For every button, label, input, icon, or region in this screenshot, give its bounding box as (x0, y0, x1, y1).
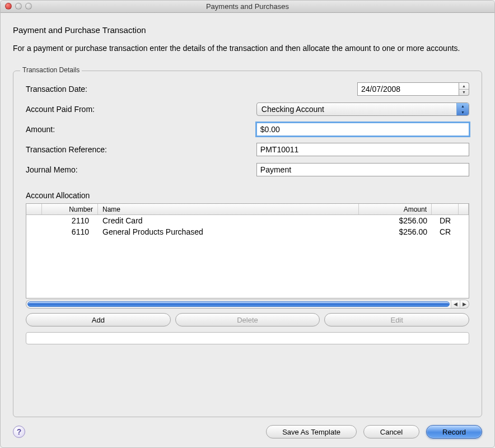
edit-button[interactable]: Edit (324, 313, 469, 326)
row-memo: Journal Memo: (26, 163, 469, 176)
window-title: Payments and Purchases (206, 2, 289, 11)
cell-name: General Products Purchased (98, 227, 359, 237)
col-amount[interactable]: Amount (359, 204, 432, 214)
table-body: 2110Credit Card$256.00DR6110General Prod… (26, 215, 469, 298)
reference-input[interactable] (256, 143, 469, 156)
label-amount: Amount: (26, 125, 256, 134)
window: Payments and Purchases Payment and Purch… (0, 0, 495, 448)
label-memo: Journal Memo: (26, 165, 256, 174)
window-controls (5, 3, 32, 10)
row-reference: Transaction Reference: (26, 143, 469, 156)
transaction-details-fieldset: Transaction Details Transaction Date: ▲ … (13, 71, 482, 417)
date-stepper[interactable]: ▲ ▼ (459, 82, 469, 96)
titlebar: Payments and Purchases (1, 1, 494, 13)
row-account-from: Account Paid From: Checking Account ▲▼ (26, 102, 469, 116)
account-from-value: Checking Account (261, 105, 324, 114)
row-transaction-date: Transaction Date: ▲ ▼ (26, 82, 469, 96)
status-strip (26, 332, 469, 344)
memo-input[interactable] (256, 163, 469, 176)
col-name[interactable]: Name (98, 204, 359, 214)
cell-number: 6110 (42, 227, 98, 237)
allocation-heading: Account Allocation (26, 191, 469, 200)
cancel-button[interactable]: Cancel (363, 425, 419, 438)
label-reference: Transaction Reference: (26, 145, 256, 154)
chevron-down-icon[interactable]: ▼ (459, 90, 469, 96)
cell-drcr: DR (432, 216, 459, 226)
col-drcr[interactable] (432, 204, 459, 214)
page-description: For a payment or purchase transaction en… (13, 40, 482, 56)
content: Payment and Purchase Transaction For a p… (1, 13, 494, 447)
close-icon[interactable] (5, 3, 12, 10)
zoom-icon[interactable] (25, 3, 32, 10)
allocation-table: Number Name Amount 2110Credit Card$256.0… (26, 203, 469, 298)
chevron-up-icon[interactable]: ▲ (459, 83, 469, 90)
account-from-select[interactable]: Checking Account ▲▼ (256, 102, 469, 116)
footer: ? Save As Template Cancel Record (13, 425, 482, 438)
col-number[interactable]: Number (42, 204, 98, 214)
amount-input[interactable] (256, 123, 469, 136)
scroll-right-icon[interactable]: ▶ (460, 300, 469, 308)
scrollbar-thumb[interactable] (27, 301, 450, 307)
table-row[interactable]: 6110General Products Purchased$256.00CR (26, 226, 469, 237)
delete-button[interactable]: Delete (175, 313, 320, 326)
allocation-button-row: Add Delete Edit (26, 313, 469, 326)
cell-number: 2110 (42, 216, 98, 226)
transaction-date-input[interactable] (357, 82, 459, 96)
scroll-left-icon[interactable]: ◀ (451, 300, 460, 308)
minimize-icon[interactable] (15, 3, 22, 10)
table-row[interactable]: 2110Credit Card$256.00DR (26, 215, 469, 226)
add-button[interactable]: Add (26, 313, 171, 326)
cell-name: Credit Card (98, 216, 359, 226)
label-transaction-date: Transaction Date: (26, 85, 256, 94)
label-account-from: Account Paid From: (26, 105, 256, 114)
select-endcap-icon: ▲▼ (456, 103, 469, 115)
cell-drcr: CR (432, 227, 459, 237)
cell-amount: $256.00 (359, 227, 432, 237)
col-icon[interactable] (26, 204, 42, 214)
table-header: Number Name Amount (26, 204, 469, 215)
save-template-button[interactable]: Save As Template (266, 425, 357, 438)
col-tail (459, 204, 469, 214)
page-heading: Payment and Purchase Transaction (13, 25, 482, 35)
record-button[interactable]: Record (426, 425, 482, 438)
row-amount: Amount: (26, 123, 469, 136)
horizontal-scrollbar[interactable]: ◀ ▶ (26, 300, 469, 309)
cell-amount: $256.00 (359, 216, 432, 226)
help-button[interactable]: ? (13, 426, 25, 438)
fieldset-legend: Transaction Details (20, 66, 82, 74)
